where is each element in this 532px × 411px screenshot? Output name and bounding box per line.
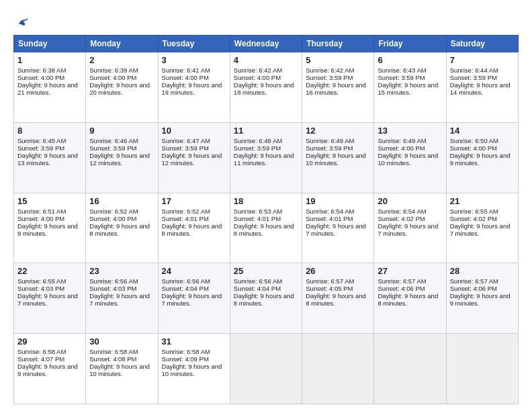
calendar-cell: 13Sunrise: 6:49 AMSunset: 4:00 PMDayligh… [374, 122, 446, 193]
calendar-cell: 29Sunrise: 6:58 AMSunset: 4:07 PMDayligh… [14, 334, 86, 404]
sunrise-text: Sunrise: 6:48 AM [234, 137, 282, 144]
sunset-text: Sunset: 4:06 PM [378, 285, 425, 292]
day-number: 24 [162, 266, 226, 276]
calendar-cell: 27Sunrise: 6:57 AMSunset: 4:06 PMDayligh… [374, 263, 446, 334]
daylight-text: Daylight: 9 hours and 18 minutes. [234, 81, 294, 96]
sunset-text: Sunset: 4:00 PM [17, 74, 64, 81]
weekday-header-wednesday: Wednesday [230, 36, 302, 52]
sunrise-text: Sunrise: 6:42 AM [306, 66, 354, 74]
daylight-text: Daylight: 9 hours and 7 minutes. [378, 222, 438, 237]
sunrise-text: Sunrise: 6:54 AM [378, 208, 426, 215]
calendar-cell: 17Sunrise: 6:52 AMSunset: 4:01 PMDayligh… [158, 193, 230, 263]
daylight-text: Daylight: 9 hours and 10 minutes. [89, 363, 150, 377]
sunset-text: Sunset: 3:59 PM [306, 74, 353, 81]
day-number: 2 [89, 55, 154, 65]
sunrise-text: Sunrise: 6:57 AM [450, 277, 498, 285]
sunrise-text: Sunrise: 6:43 AM [378, 66, 426, 74]
calendar-cell: 21Sunrise: 6:55 AMSunset: 4:02 PMDayligh… [446, 193, 518, 263]
sunrise-text: Sunrise: 6:41 AM [162, 66, 210, 74]
day-number: 9 [89, 126, 154, 136]
header [13, 12, 519, 28]
logo-bird-icon [15, 15, 30, 30]
sunset-text: Sunset: 4:02 PM [450, 215, 497, 222]
calendar-cell: 19Sunrise: 6:54 AMSunset: 4:01 PMDayligh… [302, 193, 374, 263]
calendar-cell: 26Sunrise: 6:57 AMSunset: 4:05 PMDayligh… [302, 263, 374, 334]
sunrise-text: Sunrise: 6:38 AM [17, 66, 66, 74]
calendar-cell: 9Sunrise: 6:46 AMSunset: 3:59 PMDaylight… [86, 122, 158, 193]
calendar-cell: 10Sunrise: 6:47 AMSunset: 3:59 PMDayligh… [158, 122, 230, 193]
sunset-text: Sunset: 4:00 PM [234, 74, 281, 81]
daylight-text: Daylight: 9 hours and 11 minutes. [234, 152, 294, 167]
day-number: 18 [234, 196, 298, 206]
sunrise-text: Sunrise: 6:45 AM [17, 137, 66, 144]
daylight-text: Daylight: 9 hours and 8 minutes. [89, 222, 150, 237]
sunset-text: Sunset: 4:03 PM [17, 285, 64, 292]
daylight-text: Daylight: 9 hours and 9 minutes. [450, 292, 511, 307]
calendar-cell: 23Sunrise: 6:56 AMSunset: 4:03 PMDayligh… [86, 263, 158, 334]
sunrise-text: Sunrise: 6:54 AM [306, 208, 354, 215]
day-number: 20 [378, 196, 442, 206]
calendar-cell: 24Sunrise: 6:56 AMSunset: 4:04 PMDayligh… [158, 263, 230, 334]
daylight-text: Daylight: 9 hours and 8 minutes. [234, 222, 294, 237]
day-number: 12 [306, 126, 370, 136]
calendar-cell: 8Sunrise: 6:45 AMSunset: 3:59 PMDaylight… [14, 122, 86, 193]
sunrise-text: Sunrise: 6:56 AM [234, 277, 282, 285]
sunset-text: Sunset: 3:59 PM [234, 144, 281, 152]
sunrise-text: Sunrise: 6:49 AM [306, 137, 354, 144]
calendar-cell [302, 334, 374, 404]
sunset-text: Sunset: 4:07 PM [17, 355, 64, 363]
day-number: 29 [17, 336, 82, 347]
daylight-text: Daylight: 9 hours and 7 minutes. [162, 292, 222, 307]
calendar-cell: 5Sunrise: 6:42 AMSunset: 3:59 PMDaylight… [302, 52, 374, 123]
daylight-text: Daylight: 9 hours and 9 minutes. [17, 222, 78, 237]
calendar-week-4: 22Sunrise: 6:55 AMSunset: 4:03 PMDayligh… [14, 263, 519, 334]
sunset-text: Sunset: 3:59 PM [378, 74, 425, 81]
daylight-text: Daylight: 9 hours and 16 minutes. [306, 81, 366, 96]
calendar-cell: 1Sunrise: 6:38 AMSunset: 4:00 PMDaylight… [14, 52, 86, 123]
sunset-text: Sunset: 4:02 PM [378, 215, 425, 222]
sunrise-text: Sunrise: 6:58 AM [162, 348, 210, 355]
daylight-text: Daylight: 9 hours and 7 minutes. [17, 292, 78, 307]
sunset-text: Sunset: 4:03 PM [89, 285, 136, 292]
day-number: 16 [89, 196, 154, 206]
calendar-cell: 31Sunrise: 6:58 AMSunset: 4:09 PMDayligh… [158, 334, 230, 404]
day-number: 26 [306, 266, 370, 276]
day-number: 11 [234, 126, 298, 136]
calendar-week-2: 8Sunrise: 6:45 AMSunset: 3:59 PMDaylight… [14, 122, 519, 193]
sunrise-text: Sunrise: 6:49 AM [378, 137, 426, 144]
sunset-text: Sunset: 4:01 PM [306, 215, 353, 222]
daylight-text: Daylight: 9 hours and 19 minutes. [162, 81, 222, 96]
sunset-text: Sunset: 4:08 PM [89, 355, 136, 363]
sunrise-text: Sunrise: 6:57 AM [306, 277, 354, 285]
sunset-text: Sunset: 4:06 PM [450, 285, 497, 292]
weekday-header-row: SundayMondayTuesdayWednesdayThursdayFrid… [14, 36, 519, 52]
day-number: 17 [162, 196, 226, 206]
calendar-cell [230, 334, 302, 404]
calendar-cell: 22Sunrise: 6:55 AMSunset: 4:03 PMDayligh… [14, 263, 86, 334]
sunset-text: Sunset: 4:00 PM [162, 74, 209, 81]
calendar-cell [374, 334, 446, 404]
calendar-cell: 25Sunrise: 6:56 AMSunset: 4:04 PMDayligh… [230, 263, 302, 334]
sunrise-text: Sunrise: 6:53 AM [234, 208, 282, 215]
day-number: 14 [450, 126, 515, 136]
weekday-header-friday: Friday [374, 36, 446, 52]
daylight-text: Daylight: 9 hours and 10 minutes. [378, 152, 438, 167]
sunset-text: Sunset: 4:04 PM [162, 285, 209, 292]
calendar-cell: 7Sunrise: 6:44 AMSunset: 3:59 PMDaylight… [446, 52, 518, 123]
sunset-text: Sunset: 4:09 PM [162, 355, 209, 363]
sunrise-text: Sunrise: 6:55 AM [17, 277, 66, 285]
calendar-cell: 28Sunrise: 6:57 AMSunset: 4:06 PMDayligh… [446, 263, 518, 334]
sunset-text: Sunset: 3:59 PM [450, 74, 497, 81]
calendar-cell: 30Sunrise: 6:58 AMSunset: 4:08 PMDayligh… [86, 334, 158, 404]
daylight-text: Daylight: 9 hours and 9 minutes. [450, 152, 511, 167]
day-number: 8 [17, 126, 82, 136]
day-number: 1 [17, 55, 82, 65]
weekday-header-saturday: Saturday [446, 36, 518, 52]
calendar-cell: 2Sunrise: 6:39 AMSunset: 4:00 PMDaylight… [86, 52, 158, 123]
sunrise-text: Sunrise: 6:47 AM [162, 137, 210, 144]
sunset-text: Sunset: 3:59 PM [306, 144, 353, 152]
sunset-text: Sunset: 3:59 PM [162, 144, 209, 152]
day-number: 6 [378, 55, 442, 65]
sunrise-text: Sunrise: 6:52 AM [162, 208, 210, 215]
daylight-text: Daylight: 9 hours and 7 minutes. [306, 222, 366, 237]
